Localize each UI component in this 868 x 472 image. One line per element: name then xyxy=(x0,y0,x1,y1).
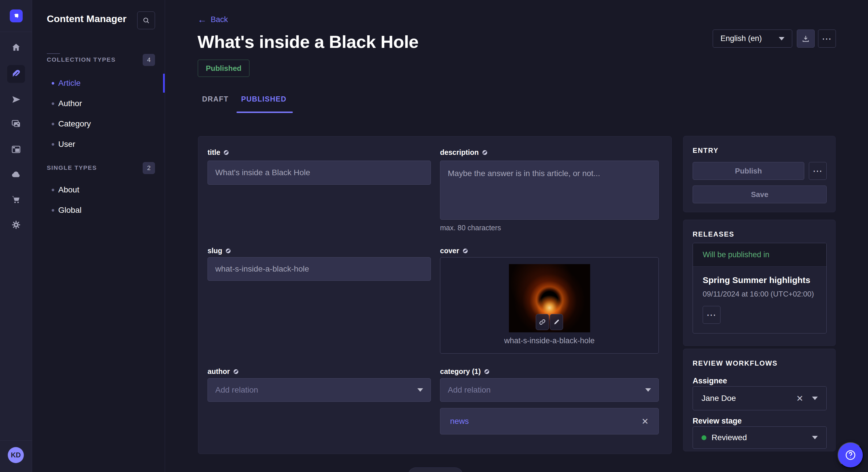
sidebar-item-about[interactable]: About xyxy=(32,180,165,199)
layout-icon xyxy=(11,144,21,155)
field-label-text: author xyxy=(208,367,230,376)
release-more-button[interactable]: ⋯ xyxy=(703,306,720,324)
description-textarea[interactable]: Maybe the answer is in this article, or … xyxy=(440,161,659,220)
download-icon xyxy=(801,34,810,43)
category-relation-combobox[interactable]: Add relation xyxy=(440,378,659,402)
collapsed-component-button[interactable] xyxy=(408,467,463,472)
sidebar-item-label: Category xyxy=(58,119,91,129)
description-field-label: description xyxy=(440,148,488,157)
sidebar-item-marketplace[interactable] xyxy=(7,191,25,208)
help-button[interactable] xyxy=(838,442,863,468)
globe-icon xyxy=(225,248,231,254)
cart-icon xyxy=(11,194,21,204)
help-icon xyxy=(844,449,857,461)
feather-icon xyxy=(11,69,21,79)
cover-caption: what-s-inside-a-black-hole xyxy=(504,336,594,345)
section-label-single-types: SINGLE TYPES xyxy=(47,164,97,171)
author-field-label: author xyxy=(208,367,239,376)
globe-icon xyxy=(482,149,488,156)
combobox-placeholder: Add relation xyxy=(215,385,258,395)
sidebar-item-home[interactable] xyxy=(7,38,25,56)
language-select-value: English (en) xyxy=(720,34,762,43)
sidebar-item-category[interactable]: Category xyxy=(32,114,165,133)
stage-status-dot xyxy=(702,435,706,440)
sidebar-title: Content Manager xyxy=(47,13,127,24)
export-button[interactable] xyxy=(797,30,815,47)
sidebar-item-releases[interactable] xyxy=(7,91,25,108)
slug-field-label: slug xyxy=(208,247,231,255)
author-relation-combobox[interactable]: Add relation xyxy=(208,378,431,402)
user-avatar[interactable]: KD xyxy=(8,447,24,463)
field-label-text: cover xyxy=(440,247,459,255)
more-icon: ⋯ xyxy=(813,167,823,175)
review-stage-combobox[interactable]: Reviewed xyxy=(693,427,827,449)
strapi-logo-icon xyxy=(12,12,20,20)
release-status: Will be published in xyxy=(693,243,826,267)
globe-icon xyxy=(484,369,490,375)
sidebar-item-user[interactable]: User xyxy=(32,135,165,154)
sidebar-item-deploy[interactable] xyxy=(7,165,25,183)
save-button[interactable]: Save xyxy=(693,186,827,203)
globe-icon xyxy=(233,369,239,375)
sidebar-item-label: Author xyxy=(58,99,82,108)
sidebar-item-settings[interactable] xyxy=(7,216,25,234)
title-input[interactable] xyxy=(208,161,431,185)
strapi-logo[interactable] xyxy=(10,9,23,22)
rail-bottom-divider xyxy=(0,440,32,441)
tab-published[interactable]: PUBLISHED xyxy=(237,92,291,106)
sidebar-item-global[interactable]: Global xyxy=(32,201,165,220)
category-relation-item: news ✕ xyxy=(440,408,659,434)
link-icon xyxy=(539,318,546,326)
review-workflows-panel: REVIEW WORKFLOWS Assignee Jane Doe ✕ Rev… xyxy=(683,349,836,451)
tab-draft[interactable]: DRAFT xyxy=(197,92,233,106)
bullet-icon xyxy=(52,189,54,191)
back-label: Back xyxy=(211,15,228,24)
field-label-text: slug xyxy=(208,247,222,255)
release-date: 09/11/2024 at 16:00 (UTC+02:00) xyxy=(703,290,817,299)
bullet-icon xyxy=(52,82,54,85)
back-link[interactable]: ← Back xyxy=(197,14,228,25)
header-more-button[interactable]: ⋯ xyxy=(818,30,836,47)
sidebar-item-author[interactable]: Author xyxy=(32,94,165,113)
sidebar-item-label: Article xyxy=(58,78,81,88)
field-label-text: category (1) xyxy=(440,367,481,376)
active-tab-indicator xyxy=(237,111,293,113)
app-root: KD Content Manager COLLECTION TYPES 4 Ar… xyxy=(0,0,868,472)
page-title: What's inside a Black Hole xyxy=(197,32,418,52)
bullet-icon xyxy=(52,102,54,105)
relation-link-news[interactable]: news xyxy=(450,417,469,426)
sidebar-item-content-type-builder[interactable] xyxy=(7,140,25,158)
cover-field-label: cover xyxy=(440,247,468,255)
releases-panel-title: RELEASES xyxy=(693,230,734,238)
globe-icon xyxy=(223,149,229,156)
active-item-indicator xyxy=(163,74,165,93)
assignee-value: Jane Doe xyxy=(702,394,736,403)
media-library-icon xyxy=(11,119,21,129)
publish-button[interactable]: Publish xyxy=(693,162,804,180)
search-button[interactable] xyxy=(137,11,155,29)
entry-more-button[interactable]: ⋯ xyxy=(809,162,827,180)
sidebar-item-media-library[interactable] xyxy=(7,115,25,133)
bullet-icon xyxy=(52,123,54,125)
slug-input[interactable] xyxy=(208,257,431,281)
bullet-icon xyxy=(52,143,54,146)
sidebar-item-article[interactable]: Article xyxy=(32,74,165,93)
cloud-icon xyxy=(11,169,21,179)
home-icon xyxy=(11,42,21,52)
description-hint: max. 80 characters xyxy=(440,224,501,232)
copy-link-button[interactable] xyxy=(536,314,549,330)
sidebar-item-content-manager[interactable] xyxy=(7,65,25,83)
remove-relation-icon[interactable]: ✕ xyxy=(642,416,649,427)
bullet-icon xyxy=(52,209,54,212)
cover-media-card: what-s-inside-a-black-hole xyxy=(440,257,659,353)
clear-assignee-icon[interactable]: ✕ xyxy=(796,394,803,403)
language-select[interactable]: English (en) xyxy=(713,30,792,47)
collection-types-count-badge: 4 xyxy=(143,54,155,66)
entry-form-card: title description Maybe the answer is in… xyxy=(198,136,672,454)
chevron-down-icon xyxy=(812,436,818,439)
assignee-combobox[interactable]: Jane Doe ✕ xyxy=(693,386,827,410)
edit-image-button[interactable] xyxy=(550,314,563,330)
sidebar-item-label: User xyxy=(58,140,75,149)
chevron-down-icon xyxy=(812,397,818,400)
field-label-text: description xyxy=(440,148,479,157)
